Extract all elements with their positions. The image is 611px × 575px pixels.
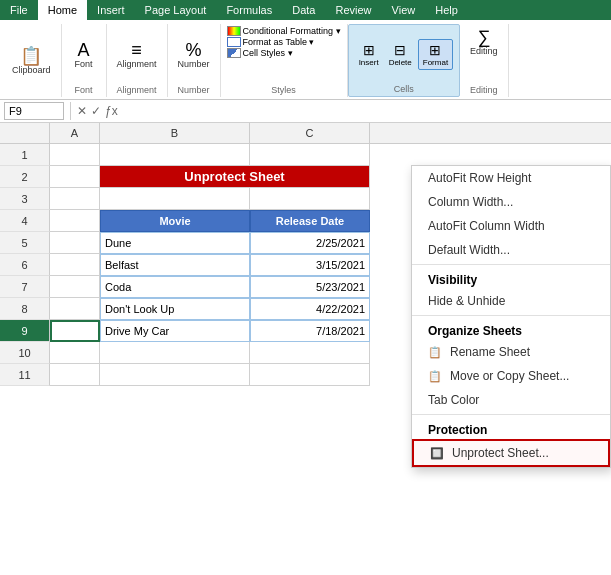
cell-a10[interactable] xyxy=(50,342,100,364)
alignment-button[interactable]: ≡ Alignment xyxy=(113,39,161,71)
row-header-6[interactable]: 6 xyxy=(0,254,50,276)
cell-b4[interactable]: Movie xyxy=(100,210,250,232)
cell-a5[interactable] xyxy=(50,232,100,254)
tab-page-layout[interactable]: Page Layout xyxy=(135,0,217,20)
cell-b5[interactable]: Dune xyxy=(100,232,250,254)
cell-c1[interactable] xyxy=(250,144,370,166)
editing-icon: ∑ xyxy=(477,28,490,46)
format-icon: ⊞ xyxy=(429,42,441,58)
menu-item-rename-sheet[interactable]: 📋 Rename Sheet xyxy=(412,340,610,364)
cell-b6[interactable]: Belfast xyxy=(100,254,250,276)
cell-b11[interactable] xyxy=(100,364,250,386)
unprotect-banner[interactable]: Unprotect Sheet xyxy=(100,166,370,188)
table-row xyxy=(50,144,611,166)
row-header-3[interactable]: 3 xyxy=(0,188,50,210)
tab-file[interactable]: File xyxy=(0,0,38,20)
cell-b8[interactable]: Don't Look Up xyxy=(100,298,250,320)
number-icon: % xyxy=(186,41,202,59)
format-button[interactable]: ⊞ Format xyxy=(418,39,453,70)
clipboard-icon: 📋 xyxy=(20,47,42,65)
alignment-group: ≡ Alignment Alignment xyxy=(107,24,168,97)
formula-input[interactable] xyxy=(122,102,607,120)
cell-b10[interactable] xyxy=(100,342,250,364)
font-button[interactable]: A Font xyxy=(68,39,100,71)
cell-a3[interactable] xyxy=(50,188,100,210)
confirm-formula-icon[interactable]: ✓ xyxy=(91,104,101,118)
formula-icons: ✕ ✓ ƒx xyxy=(77,104,118,118)
cell-c6[interactable]: 3/15/2021 xyxy=(250,254,370,276)
row-header-5[interactable]: 5 xyxy=(0,232,50,254)
cell-c10[interactable] xyxy=(250,342,370,364)
cell-c7[interactable]: 5/23/2021 xyxy=(250,276,370,298)
conditional-formatting-button[interactable]: Conditional Formatting ▾ xyxy=(227,26,341,36)
menu-item-hide-unhide[interactable]: Hide & Unhide xyxy=(412,289,610,313)
ribbon-tabs: File Home Insert Page Layout Formulas Da… xyxy=(0,0,611,20)
delete-icon: ⊟ xyxy=(394,42,406,58)
insert-button[interactable]: ⊞ Insert xyxy=(355,40,383,69)
ribbon-body: 📋 Clipboard A Font Font ≡ Alignment Alig… xyxy=(0,20,611,100)
cancel-formula-icon[interactable]: ✕ xyxy=(77,104,87,118)
cell-a7[interactable] xyxy=(50,276,100,298)
conditional-formatting-icon xyxy=(227,26,241,36)
insert-function-icon[interactable]: ƒx xyxy=(105,104,118,118)
styles-group: Conditional Formatting ▾ Format as Table… xyxy=(221,24,348,97)
col-header-a[interactable]: A xyxy=(50,123,100,143)
cell-b1[interactable] xyxy=(100,144,250,166)
menu-item-autofit-row[interactable]: AutoFit Row Height xyxy=(412,166,610,190)
cell-a2[interactable] xyxy=(50,166,100,188)
tab-view[interactable]: View xyxy=(382,0,426,20)
col-header-c[interactable]: C xyxy=(250,123,370,143)
cell-styles-button[interactable]: Cell Styles ▾ xyxy=(227,48,293,58)
tab-insert[interactable]: Insert xyxy=(87,0,135,20)
row-header-1[interactable]: 1 xyxy=(0,144,50,166)
cell-a6[interactable] xyxy=(50,254,100,276)
cell-a4[interactable] xyxy=(50,210,100,232)
move-copy-icon: 📋 xyxy=(428,370,442,383)
select-all-button[interactable] xyxy=(0,123,50,143)
cell-b9[interactable]: Drive My Car xyxy=(100,320,250,342)
cell-styles-icon xyxy=(227,48,241,58)
cell-c11[interactable] xyxy=(250,364,370,386)
clipboard-button[interactable]: 📋 Clipboard xyxy=(8,45,55,77)
menu-item-column-width[interactable]: Column Width... xyxy=(412,190,610,214)
editing-group: ∑ Editing Editing xyxy=(460,24,509,97)
menu-item-tab-color[interactable]: Tab Color xyxy=(412,388,610,412)
cell-a1[interactable] xyxy=(50,144,100,166)
cell-c8[interactable]: 4/22/2021 xyxy=(250,298,370,320)
menu-item-default-width[interactable]: Default Width... xyxy=(412,238,610,262)
menu-divider-3 xyxy=(412,414,610,415)
tab-formulas[interactable]: Formulas xyxy=(216,0,282,20)
row-header-4[interactable]: 4 xyxy=(0,210,50,232)
cell-b7[interactable]: Coda xyxy=(100,276,250,298)
row-header-8[interactable]: 8 xyxy=(0,298,50,320)
number-button[interactable]: % Number xyxy=(174,39,214,71)
format-as-table-button[interactable]: Format as Table ▾ xyxy=(227,37,315,47)
tab-review[interactable]: Review xyxy=(325,0,381,20)
row-header-9[interactable]: 9 xyxy=(0,320,50,342)
cell-c5[interactable]: 2/25/2021 xyxy=(250,232,370,254)
cell-b3[interactable] xyxy=(100,188,250,210)
cell-a9[interactable] xyxy=(50,320,100,342)
row-header-7[interactable]: 7 xyxy=(0,276,50,298)
tab-home[interactable]: Home xyxy=(38,0,87,20)
cell-c3[interactable] xyxy=(250,188,370,210)
name-box[interactable] xyxy=(4,102,64,120)
row-header-2[interactable]: 2 xyxy=(0,166,50,188)
clipboard-group: 📋 Clipboard xyxy=(2,24,62,97)
menu-item-move-copy[interactable]: 📋 Move or Copy Sheet... xyxy=(412,364,610,388)
row-header-11[interactable]: 11 xyxy=(0,364,50,386)
menu-item-autofit-column[interactable]: AutoFit Column Width xyxy=(412,214,610,238)
menu-divider-2 xyxy=(412,315,610,316)
cell-c9[interactable]: 7/18/2021 xyxy=(250,320,370,342)
editing-button[interactable]: ∑ Editing xyxy=(466,26,502,58)
tab-help[interactable]: Help xyxy=(425,0,468,20)
row-header-10[interactable]: 10 xyxy=(0,342,50,364)
cell-a8[interactable] xyxy=(50,298,100,320)
menu-item-unprotect-sheet[interactable]: 🔲 Unprotect Sheet... xyxy=(412,439,610,467)
cell-a11[interactable] xyxy=(50,364,100,386)
delete-button[interactable]: ⊟ Delete xyxy=(385,40,416,69)
col-header-b[interactable]: B xyxy=(100,123,250,143)
tab-data[interactable]: Data xyxy=(282,0,325,20)
format-dropdown-menu: AutoFit Row Height Column Width... AutoF… xyxy=(411,165,611,468)
cell-c4[interactable]: Release Date xyxy=(250,210,370,232)
